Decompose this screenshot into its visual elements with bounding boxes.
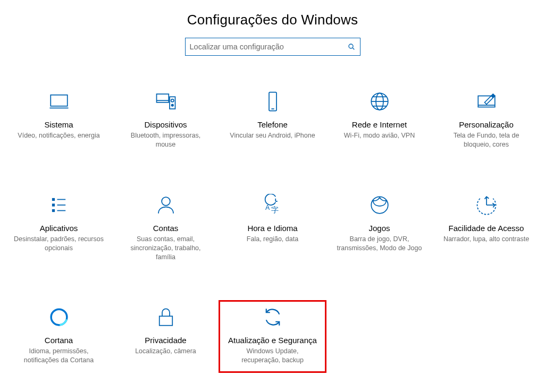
- phone-icon: [262, 90, 284, 113]
- tile-phone[interactable]: Telefone Vincular seu Android, iPhone: [219, 85, 326, 157]
- tile-ease[interactable]: Facilidade de Acesso Narrador, lupa, alt…: [433, 189, 540, 269]
- tile-desc: Suas contas, email, sincronização, traba…: [121, 235, 211, 262]
- page-title: Configurações do Windows: [0, 12, 545, 28]
- tile-title: Personalização: [459, 120, 514, 129]
- tile-title: Jogos: [368, 224, 390, 233]
- tile-desc: Vídeo, notificações, energia: [18, 131, 99, 140]
- devices-icon: [155, 90, 177, 113]
- search-icon: [347, 42, 356, 51]
- svg-rect-34: [159, 317, 172, 326]
- search-input[interactable]: [190, 42, 347, 51]
- tile-system[interactable]: Sistema Vídeo, notificações, energia: [5, 85, 112, 157]
- tile-desc: Barra de jogo, DVR, transmissões, Modo d…: [334, 235, 425, 253]
- search-box[interactable]: [185, 38, 360, 56]
- accounts-icon: [155, 194, 177, 216]
- ease-icon: [475, 194, 498, 216]
- tile-title: Aplicativos: [40, 224, 78, 233]
- svg-point-29: [371, 197, 388, 214]
- tile-accounts[interactable]: Contas Suas contas, email, sincronização…: [112, 189, 219, 269]
- tile-desc: Fala, região, data: [247, 235, 298, 244]
- cortana-icon: [48, 306, 70, 328]
- timelang-icon: A 字: [262, 194, 284, 216]
- svg-rect-20: [52, 210, 54, 212]
- tile-desc: Desinstalar, padrões, recursos opcionais: [14, 235, 104, 253]
- svg-line-1: [353, 48, 354, 49]
- svg-rect-4: [156, 94, 169, 103]
- system-icon: [48, 90, 70, 113]
- svg-point-7: [171, 99, 173, 102]
- tile-title: Hora e Idioma: [247, 224, 297, 233]
- tile-personalization[interactable]: Personalização Tela de Fundo, tela de bl…: [433, 85, 540, 157]
- tile-privacy[interactable]: Privacidade Localização, câmera: [112, 301, 219, 372]
- tile-title: Privacidade: [145, 336, 186, 345]
- tile-title: Cortana: [45, 336, 73, 345]
- svg-point-8: [171, 104, 173, 106]
- svg-point-0: [349, 44, 353, 48]
- settings-header: Configurações do Windows: [0, 0, 545, 38]
- svg-rect-19: [52, 204, 54, 206]
- svg-rect-9: [269, 92, 276, 111]
- tile-desc: Windows Update, recuperação, backup: [228, 347, 318, 365]
- tile-timelang[interactable]: A 字 Hora e Idioma Fala, região, data: [219, 189, 326, 269]
- tile-title: Dispositivos: [144, 120, 187, 129]
- settings-grid: Sistema Vídeo, notificações, energia Dis…: [0, 85, 545, 372]
- tile-title: Facilidade de Acesso: [449, 224, 524, 233]
- svg-rect-18: [52, 199, 54, 201]
- tile-cortana[interactable]: Cortana Idioma, permissões, notificações…: [5, 301, 112, 372]
- privacy-icon: [155, 306, 177, 328]
- apps-icon: [48, 194, 70, 216]
- tile-desc: Tela de Fundo, tela de bloqueio, cores: [441, 131, 532, 149]
- tile-update[interactable]: Atualização e Segurança Windows Update, …: [219, 301, 326, 372]
- tile-desc: Idioma, permissões, notificações da Cort…: [14, 347, 104, 365]
- tile-desc: Narrador, lupa, alto contraste: [443, 235, 529, 244]
- tile-title: Rede e Internet: [352, 120, 407, 129]
- tile-devices[interactable]: Dispositivos Bluetooth, impressoras, mou…: [112, 85, 219, 157]
- search-container: [0, 38, 545, 56]
- tile-gaming[interactable]: Jogos Barra de jogo, DVR, transmissões, …: [326, 189, 433, 269]
- tile-desc: Vincular seu Android, iPhone: [230, 131, 315, 140]
- tile-title: Sistema: [44, 120, 73, 129]
- tile-desc: Wi-Fi, modo avião, VPN: [344, 131, 415, 140]
- svg-text:A: A: [265, 204, 270, 211]
- tile-network[interactable]: Rede e Internet Wi-Fi, modo avião, VPN: [326, 85, 433, 157]
- network-icon: [368, 90, 391, 113]
- tile-title: Atualização e Segurança: [228, 336, 317, 345]
- svg-text:字: 字: [271, 206, 278, 214]
- tile-desc: Localização, câmera: [135, 347, 196, 356]
- update-icon: [262, 306, 284, 328]
- tile-apps[interactable]: Aplicativos Desinstalar, padrões, recurs…: [5, 189, 112, 269]
- svg-rect-2: [51, 95, 68, 106]
- gaming-icon: [368, 194, 391, 216]
- tile-desc: Bluetooth, impressoras, mouse: [121, 131, 211, 149]
- tile-title: Telefone: [257, 120, 288, 129]
- personalization-icon: [475, 90, 498, 113]
- svg-point-24: [162, 197, 170, 206]
- tile-title: Contas: [153, 224, 179, 233]
- svg-rect-6: [170, 97, 175, 109]
